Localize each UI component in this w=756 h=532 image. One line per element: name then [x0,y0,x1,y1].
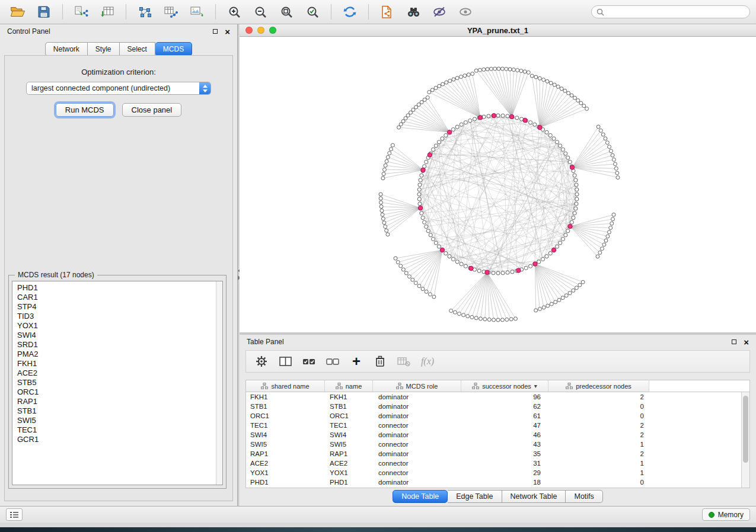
run-mcds-button[interactable]: Run MCDS [56,103,114,117]
select-all-rows-button[interactable] [297,352,321,371]
mcds-result-list[interactable]: PHD1CAR1STP4TID3YOX1SWI4SRD1PMA2FKH1ACE2… [12,281,223,485]
network-window-titlebar[interactable]: YPA_prune.txt_1 [240,24,756,37]
tab-motifs[interactable]: Motifs [566,490,602,503]
split-columns-icon [279,356,292,367]
find-button[interactable] [401,2,425,21]
mcds-result-item[interactable]: STB5 [17,378,222,387]
save-session-button[interactable] [32,2,56,21]
show-column-panel-button[interactable] [273,352,297,371]
table-cell: 29 [461,468,548,477]
table-row[interactable]: SWI5SWI5connector431 [246,440,741,449]
mcds-result-item[interactable]: TID3 [17,312,222,321]
mcds-result-item[interactable]: PHD1 [17,283,222,293]
mcds-list-scrollbar[interactable] [216,281,222,485]
mcds-result-item[interactable]: GCR1 [17,435,222,444]
table-row[interactable]: RAP1RAP1dominator352 [246,449,741,459]
table-settings-button[interactable] [250,352,273,371]
mcds-result-item[interactable]: TEC1 [17,425,222,435]
mcds-result-item[interactable]: ACE2 [17,368,222,378]
mcds-result-item[interactable]: SWI5 [17,416,222,425]
node-table: shared name name MCDS role successor nod… [245,380,750,488]
node-table-body: FKH1FKH1dominator962STB1STB1dominator620… [246,392,741,488]
table-cell: PHD1 [325,477,373,487]
new-network-from-table-button[interactable] [159,2,183,21]
network-window-title: YPA_prune.txt_1 [240,26,756,35]
table-row[interactable]: FKH1FKH1dominator962 [246,392,741,402]
zoom-out-button[interactable] [248,2,272,21]
close-panel-button[interactable]: × [225,27,230,36]
show-details-button[interactable] [454,2,477,21]
column-header-predecessor-nodes[interactable]: predecessor nodes [548,380,649,392]
float-table-panel-button[interactable] [732,339,736,344]
column-header-shared-name[interactable]: shared name [246,380,325,392]
mcds-result-item[interactable]: STB1 [17,406,222,416]
zoom-in-button[interactable] [222,2,246,21]
toolbar-separator [62,4,63,20]
add-column-button[interactable]: + [344,352,368,371]
tab-select[interactable]: Select [120,42,155,56]
tab-edge-table[interactable]: Edge Table [448,490,502,503]
column-header-successor-nodes[interactable]: successor nodes ▾ [461,380,548,392]
optimization-criterion-select[interactable]: largest connected component (undirected) [26,82,211,95]
mcds-result-item[interactable]: STP4 [17,302,222,312]
close-panel-action-button[interactable]: Close panel [122,103,182,117]
search-input[interactable] [608,7,745,17]
table-cell: STB1 [246,402,325,411]
tab-network-table[interactable]: Network Table [502,490,566,503]
mcds-result-item[interactable]: SRD1 [17,340,222,350]
column-type-icon [566,383,573,389]
mcds-result-item[interactable]: SWI4 [17,331,222,340]
float-panel-button[interactable] [213,29,218,34]
table-scrollbar-thumb[interactable] [743,396,748,463]
tab-style[interactable]: Style [88,42,120,56]
function-builder-button-disabled[interactable]: f(x) [416,352,439,371]
new-network-button[interactable] [133,2,157,21]
refresh-view-button[interactable] [338,2,362,21]
mcds-result-item[interactable]: CAR1 [17,293,222,302]
tab-network[interactable]: Network [45,42,88,56]
table-cell [649,459,741,468]
open-session-button[interactable] [6,2,30,21]
status-bar: Memory [0,506,756,523]
new-network-from-image-button[interactable] [185,2,209,21]
mcds-result-item[interactable]: PMA2 [17,350,222,359]
hide-details-button[interactable] [428,2,451,21]
table-cell: 46 [461,430,548,440]
mcds-result-item[interactable]: RAP1 [17,397,222,406]
network-graph [240,37,756,332]
table-scrollbar[interactable] [741,392,749,488]
delete-table-button-disabled[interactable] [392,352,416,371]
network-canvas[interactable] [240,37,756,332]
mcds-result-item[interactable]: FKH1 [17,359,222,368]
import-network-button[interactable] [69,2,93,21]
mcds-result-item[interactable]: YOX1 [17,321,222,331]
table-row[interactable]: PHD1PHD1dominator180 [246,477,741,487]
tab-mcds[interactable]: MCDS [155,42,192,56]
table-row[interactable]: STB1STB1dominator620 [246,402,741,411]
table-row[interactable]: TEC1TEC1connector472 [246,421,741,430]
zoom-fit-button[interactable] [275,2,298,21]
checked-boxes-icon [302,357,315,367]
delete-column-button[interactable] [368,352,392,371]
fx-icon: f(x) [421,356,434,367]
document-share-icon [381,5,394,19]
eye-icon [458,5,473,18]
zoom-selected-button[interactable] [301,2,324,21]
column-header-name[interactable]: name [325,380,373,392]
table-row[interactable]: YOX1YOX1connector291 [246,468,741,477]
mcds-result-item[interactable]: ORC1 [17,387,222,397]
table-cell: 2 [548,392,649,402]
memory-button[interactable]: Memory [702,508,750,521]
menu-list-icon [9,511,19,518]
task-history-button[interactable] [6,508,23,521]
column-header-mcds-role[interactable]: MCDS role [373,380,461,392]
table-row[interactable]: ORC1ORC1dominator610 [246,411,741,421]
deselect-all-rows-button[interactable] [321,352,344,371]
close-table-panel-button[interactable]: × [744,338,749,347]
tab-node-table[interactable]: Node Table [393,490,448,503]
table-row[interactable]: SWI4SWI4dominator462 [246,430,741,440]
export-document-button[interactable] [375,2,399,21]
import-table-button[interactable] [95,2,119,21]
table-row[interactable]: ACE2ACE2connector311 [246,459,741,468]
refresh-icon [343,5,357,19]
